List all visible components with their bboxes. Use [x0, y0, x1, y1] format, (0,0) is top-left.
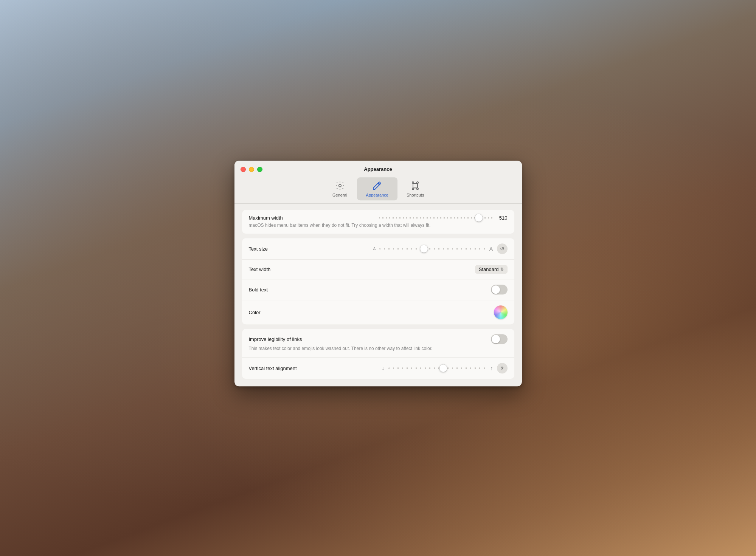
text-size-small-label: A: [373, 247, 376, 251]
text-size-large-label: A: [489, 246, 493, 252]
improve-legibility-label: Improve legibility of links: [249, 336, 302, 342]
text-width-label: Text width: [249, 267, 271, 273]
tab-shortcuts-label: Shortcuts: [407, 193, 424, 197]
max-width-card: Maximum width 510 macOS hides menu bar i…: [242, 210, 514, 234]
settings-window: Appearance General Appearance: [234, 161, 522, 387]
svg-point-0: [338, 184, 341, 187]
text-size-row: Text size A A ↺: [242, 239, 514, 260]
bold-text-row: Bold text: [242, 280, 514, 300]
brush-icon: [372, 180, 382, 191]
bold-text-toggle[interactable]: [491, 285, 508, 295]
improve-legibility-toggle-knob: [492, 335, 500, 344]
improve-legibility-description: This makes text color and emojis look wa…: [242, 346, 514, 358]
max-width-thumb[interactable]: [475, 214, 483, 221]
max-width-slider[interactable]: [379, 217, 492, 218]
vertical-alignment-row: Vertical text alignment ↓ ↑ ?: [242, 358, 514, 379]
links-alignment-card: Improve legibility of links This makes t…: [242, 329, 514, 379]
improve-legibility-row: Improve legibility of links: [242, 329, 514, 346]
settings-content: Maximum width 510 macOS hides menu bar i…: [234, 204, 522, 387]
color-row: Color: [242, 300, 514, 325]
vertical-alignment-thumb[interactable]: [439, 364, 447, 372]
tab-general-label: General: [332, 193, 347, 197]
bold-text-toggle-knob: [492, 286, 500, 294]
improve-legibility-control: [491, 335, 508, 344]
text-size-label: Text size: [249, 246, 268, 252]
vertical-alignment-control: ↓ ↑ ?: [382, 363, 508, 373]
text-size-control: A A ↺: [373, 244, 507, 254]
vertical-alignment-label: Vertical text alignment: [249, 366, 297, 371]
text-size-reset-button[interactable]: ↺: [497, 244, 508, 254]
max-width-description: macOS hides menu bar items when they do …: [249, 222, 431, 229]
max-width-value: 510: [496, 215, 508, 221]
tab-appearance-label: Appearance: [366, 193, 388, 197]
tab-appearance[interactable]: Appearance: [357, 177, 397, 200]
vertical-alignment-help-button[interactable]: ?: [497, 363, 508, 373]
titlebar: Appearance: [234, 161, 522, 172]
window-title: Appearance: [364, 166, 392, 172]
command-icon: [410, 180, 421, 191]
text-settings-card: Text size A A ↺ Text width: [242, 239, 514, 325]
bold-text-control: [491, 285, 508, 295]
maximize-button[interactable]: [257, 167, 262, 172]
tabs-toolbar: General Appearance Shortcuts: [234, 172, 522, 203]
color-control: [494, 306, 508, 319]
tab-shortcuts[interactable]: Shortcuts: [397, 177, 433, 200]
text-width-value: Standard: [479, 267, 499, 273]
max-width-control: 510: [379, 215, 508, 221]
text-width-dropdown[interactable]: Standard ⇅: [475, 265, 508, 274]
gear-icon: [335, 180, 345, 191]
bold-text-label: Bold text: [249, 287, 268, 293]
minimize-button[interactable]: [249, 167, 254, 172]
max-width-label: Maximum width: [249, 215, 283, 221]
text-width-row: Text width Standard ⇅: [242, 260, 514, 280]
dropdown-arrows-icon: ⇅: [500, 267, 504, 272]
text-size-track[interactable]: [379, 248, 485, 250]
improve-legibility-toggle[interactable]: [491, 335, 508, 344]
color-wheel[interactable]: [494, 306, 508, 319]
arrow-up-icon: ↑: [491, 365, 493, 371]
text-size-thumb[interactable]: [420, 245, 428, 253]
max-width-track: [379, 217, 492, 218]
traffic-lights: [241, 167, 262, 172]
color-label: Color: [249, 310, 261, 315]
max-width-row: Maximum width 510 macOS hides menu bar i…: [242, 210, 514, 234]
tab-general[interactable]: General: [323, 177, 357, 200]
close-button[interactable]: [241, 167, 246, 172]
arrow-down-icon: ↓: [382, 365, 385, 371]
text-width-control: Standard ⇅: [475, 265, 508, 274]
vertical-alignment-track[interactable]: [388, 367, 487, 369]
